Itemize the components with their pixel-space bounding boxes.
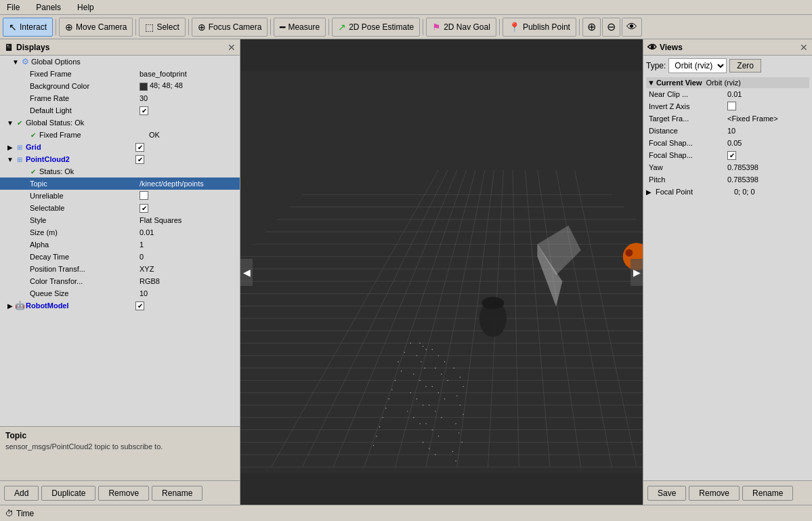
- tree-topic[interactable]: Topic /kinect/depth/points: [0, 178, 240, 190]
- views-save-btn[interactable]: Save: [647, 486, 686, 501]
- viewport-nav-right[interactable]: ▶: [631, 259, 643, 286]
- menu-help[interactable]: Help: [73, 1, 98, 14]
- views-remove-btn[interactable]: Remove: [689, 486, 740, 501]
- views-rename-btn[interactable]: Rename: [742, 486, 793, 501]
- views-type-row: Type: Orbit (rviz) Zero: [646, 58, 809, 73]
- fixed-frame-value: base_footprint: [137, 70, 240, 78]
- svg-point-54: [444, 361, 445, 362]
- views-current-view-section: ▼ Current View Orbit (rviz): [646, 77, 809, 88]
- topic-label: Topic: [28, 180, 137, 188]
- displays-close-btn[interactable]: ✕: [228, 43, 236, 52]
- tree-decay-time[interactable]: Decay Time 0: [0, 251, 240, 263]
- tree-global-status[interactable]: ▼ ✔ Global Status: Ok: [0, 117, 240, 129]
- toolbar-sep-6: [423, 19, 423, 35]
- default-light-value: ✔: [137, 106, 240, 115]
- displays-icon: 🖥: [4, 42, 14, 53]
- toolbar-select[interactable]: ⬚ Select: [139, 18, 185, 37]
- statusbar: ⏱ Time: [0, 505, 812, 521]
- tree-robot-model[interactable]: ▶ 🤖 RobotModel ✔: [0, 299, 240, 312]
- svg-rect-0: [240, 71, 643, 474]
- tree-unreliable[interactable]: Unreliable: [0, 190, 240, 202]
- svg-point-56: [441, 374, 442, 375]
- views-type-select[interactable]: Orbit (rviz): [668, 58, 727, 73]
- pointcloud2-icon: ⊞: [15, 156, 24, 163]
- tree-background-color[interactable]: Background Color 48; 48; 48: [0, 80, 240, 92]
- views-close-btn[interactable]: ✕: [800, 43, 808, 52]
- global-options-label: Global Options: [30, 58, 138, 66]
- tree-fixed-frame[interactable]: Fixed Frame base_footprint: [0, 68, 240, 80]
- publish-point-label: Publish Point: [523, 22, 570, 32]
- svg-point-38: [423, 346, 423, 346]
- svg-point-52: [432, 349, 433, 350]
- toolbar-add-icon-btn[interactable]: ⊕: [582, 18, 601, 37]
- pc2-checkbox: ✔: [133, 155, 240, 164]
- duplicate-button[interactable]: Duplicate: [41, 486, 95, 501]
- toolbar-measure[interactable]: ━ Measure: [274, 18, 326, 37]
- toolbar-2d-pose[interactable]: ↗ 2D Pose Estimate: [332, 18, 420, 37]
- tree-default-light[interactable]: Default Light ✔: [0, 104, 240, 117]
- toolbar-move-camera[interactable]: ⊕ Move Camera: [59, 18, 133, 37]
- views-zero-btn[interactable]: Zero: [729, 59, 761, 72]
- 2d-pose-label: 2D Pose Estimate: [349, 22, 414, 32]
- svg-point-83: [460, 377, 461, 377]
- invert-z-checkbox[interactable]: [727, 102, 736, 110]
- tree-global-options[interactable]: ▼ ⚙ Global Options: [0, 56, 240, 68]
- add-button[interactable]: Add: [4, 486, 39, 501]
- near-clip-value: 0.01: [727, 90, 809, 98]
- tree-color-transform[interactable]: Color Transfor... RGB8: [0, 275, 240, 287]
- svg-point-81: [373, 445, 374, 446]
- toolbar-publish-point[interactable]: 📍 Publish Point: [503, 18, 576, 37]
- svg-point-62: [435, 411, 435, 411]
- toolbar-2d-nav[interactable]: ⚑ 2D Nav Goal: [426, 18, 496, 37]
- svg-point-70: [410, 343, 411, 343]
- remove-button[interactable]: Remove: [98, 486, 149, 501]
- global-status-icon: ✔: [15, 119, 24, 127]
- toolbar-minus-btn[interactable]: ⊖: [602, 18, 620, 37]
- pc2-status-icon: ✔: [28, 168, 38, 175]
- focal-shape-1-value: 0.05: [727, 139, 809, 147]
- tree-queue-size[interactable]: Queue Size 10: [0, 287, 240, 299]
- select-label: Select: [156, 22, 179, 32]
- svg-point-41: [421, 361, 421, 362]
- color-transform-value: RGB8: [137, 277, 240, 285]
- unreliable-checkbox[interactable]: [140, 191, 148, 200]
- focal-shape-2-label: Focal Shap...: [646, 151, 727, 159]
- pos-transform-label: Position Transf...: [28, 265, 137, 273]
- toolbar-focus-camera[interactable]: ⊕ Focus Camera: [192, 18, 268, 37]
- toolbar-interact[interactable]: ↖ Interact: [3, 18, 53, 37]
- pc2-status-label: Status: Ok: [38, 167, 146, 175]
- tree-alpha[interactable]: Alpha 1: [0, 238, 240, 251]
- style-label: Style: [28, 216, 137, 224]
- svg-point-60: [444, 398, 445, 399]
- yaw-value: 0.785398: [727, 163, 809, 171]
- tree-position-transform[interactable]: Position Transf... XYZ: [0, 263, 240, 275]
- selectable-checkbox[interactable]: ✔: [140, 204, 148, 213]
- tree-style[interactable]: Style Flat Squares: [0, 214, 240, 226]
- tree-fixed-frame-ok[interactable]: ✔ Fixed Frame OK: [0, 129, 240, 141]
- displays-panel: 🖥 Displays ✕ ▼ ⚙ Global Options Fixed Fr…: [0, 39, 240, 505]
- size-label: Size (m): [28, 228, 137, 236]
- svg-point-82: [454, 367, 454, 368]
- rename-button[interactable]: Rename: [152, 486, 202, 501]
- svg-point-80: [376, 436, 377, 436]
- menu-file[interactable]: File: [3, 1, 24, 14]
- tree-size[interactable]: Size (m) 0.01: [0, 226, 240, 238]
- toolbar-settings-btn[interactable]: 👁: [622, 18, 642, 37]
- viewport-nav-left[interactable]: ◀: [240, 259, 253, 286]
- default-light-checkbox[interactable]: ✔: [140, 106, 148, 115]
- tree-pointcloud2[interactable]: ▼ ⊞ PointCloud2 ✔: [0, 153, 240, 165]
- displays-panel-buttons: Add Duplicate Remove Rename: [0, 480, 240, 505]
- viewport[interactable]: ◀ ▶: [240, 39, 643, 505]
- menu-panels[interactable]: Panels: [32, 1, 65, 14]
- focal-shape-2-checkbox[interactable]: ✔: [727, 151, 736, 160]
- tree-pc2-status[interactable]: ✔ Status: Ok: [0, 165, 240, 178]
- views-panel-header: 👁 Views ✕: [643, 39, 812, 56]
- displays-panel-header: 🖥 Displays ✕: [0, 39, 240, 56]
- tree-selectable[interactable]: Selectable ✔: [0, 202, 240, 214]
- tree-frame-rate[interactable]: Frame Rate 30: [0, 92, 240, 104]
- toolbar: ↖ Interact ⊕ Move Camera ⬚ Select ⊕ Focu…: [0, 15, 812, 39]
- svg-point-75: [391, 389, 392, 390]
- queue-size-value: 10: [137, 289, 240, 297]
- svg-point-47: [416, 398, 417, 399]
- tree-grid[interactable]: ▶ ⊞ Grid ✔: [0, 141, 240, 153]
